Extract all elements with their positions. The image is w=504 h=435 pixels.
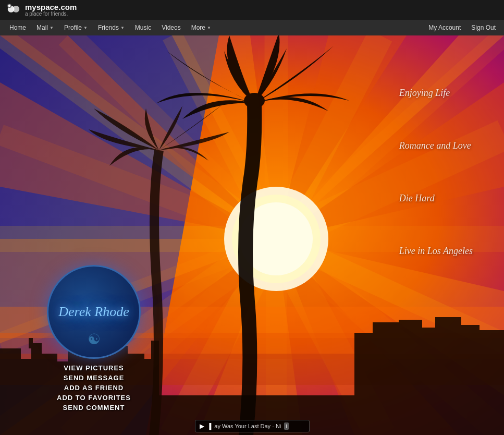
nav-my-account[interactable]: My Account [424, 24, 465, 31]
nav-left: Home Mail ▼ Profile ▼ Friends ▼ Music Vi… [4, 20, 216, 35]
send-message-link[interactable]: SEND MESSAGE [64, 374, 125, 382]
nav-videos[interactable]: Videos [156, 20, 186, 35]
logo-bar: myspace.com a place for friends. [0, 0, 504, 20]
mood-text-3: Live in Los Angeles [399, 246, 473, 257]
nav-friends[interactable]: Friends ▼ [93, 20, 130, 35]
nav-more[interactable]: More ▼ [186, 20, 216, 35]
play-button[interactable]: ▶ [200, 422, 204, 430]
nav-mail[interactable]: Mail ▼ [31, 20, 59, 35]
logo-tagline: a place for friends. [25, 11, 77, 17]
mood-text-1: Romance and Love [399, 140, 473, 151]
svg-point-62 [244, 93, 265, 108]
nav-sign-out[interactable]: Sign Out [467, 24, 500, 31]
main-content: Derek Rhode ☯ VIEW PICTURES SEND MESSAGE… [0, 35, 504, 435]
nav-bar: Home Mail ▼ Profile ▼ Friends ▼ Music Vi… [0, 20, 504, 35]
track-info: ay Was Your Last Day - Ni [214, 423, 281, 429]
more-arrow: ▼ [207, 26, 211, 30]
add-to-favorites-link[interactable]: ADD TO FAVORITES [57, 394, 131, 402]
view-pictures-link[interactable]: VIEW PICTURES [64, 364, 124, 372]
music-player: ▶ ▐ ay Was Your Last Day - Ni i [195, 420, 310, 432]
send-comment-link[interactable]: SEND COMMENT [63, 404, 125, 412]
right-mood-texts: Enjoying Life Romance and Love Die Hard … [399, 88, 473, 257]
nav-music[interactable]: Music [130, 20, 156, 35]
profile-overlay: Derek Rhode ☯ VIEW PICTURES SEND MESSAGE… [10, 265, 177, 412]
profile-symbol: ☯ [88, 331, 101, 348]
profile-avatar-circle: Derek Rhode ☯ [47, 265, 141, 359]
nav-home[interactable]: Home [4, 20, 31, 35]
friends-arrow: ▼ [120, 26, 125, 30]
waveform-icon: ▐ [207, 423, 212, 429]
profile-actions: VIEW PICTURES SEND MESSAGE ADD AS FRIEND… [10, 364, 177, 412]
svg-point-4 [8, 5, 11, 7]
add-as-friend-link[interactable]: ADD AS FRIEND [64, 384, 124, 392]
site-name: myspace.com [25, 3, 77, 11]
mail-arrow: ▼ [50, 26, 54, 30]
track-suffix: i [284, 422, 288, 430]
profile-name: Derek Rhode [48, 304, 139, 320]
logo-container[interactable]: myspace.com a place for friends. [5, 2, 77, 18]
profile-arrow: ▼ [83, 26, 88, 30]
nav-right: My Account Sign Out [424, 24, 500, 31]
mood-text-0: Enjoying Life [399, 88, 473, 99]
nav-profile[interactable]: Profile ▼ [59, 20, 93, 35]
mood-text-2: Die Hard [399, 193, 473, 204]
svg-point-2 [13, 6, 19, 13]
myspace-logo-icon [5, 2, 22, 18]
